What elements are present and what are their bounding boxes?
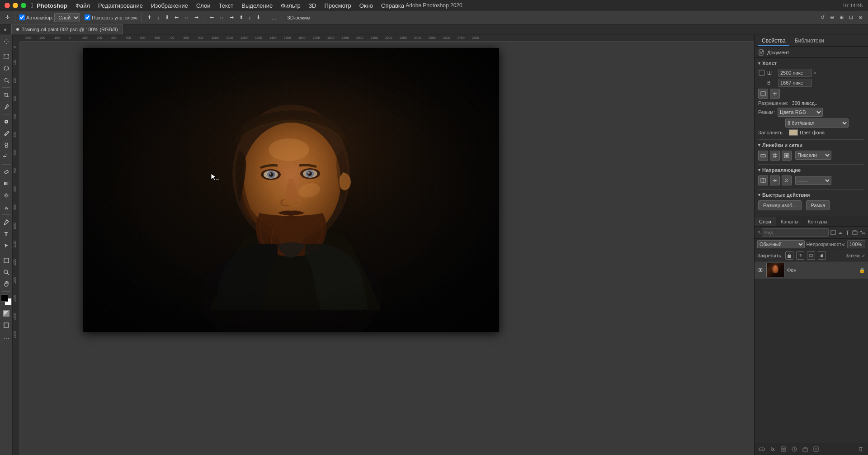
menu-file[interactable]: Файл xyxy=(72,0,94,11)
guides-icon-2[interactable] xyxy=(770,175,780,185)
mode-3d-btn[interactable]: 3D-режим xyxy=(286,13,312,23)
image-size-btn[interactable]: Размер изоб... xyxy=(758,200,802,210)
menu-image[interactable]: Изображение xyxy=(147,0,192,11)
quick-actions-header[interactable]: ▾ Быстрые действия xyxy=(758,192,864,198)
lock-pixels-btn[interactable] xyxy=(785,251,793,260)
zoom-tool-btn[interactable] xyxy=(1,267,12,278)
history-brush-tool-btn[interactable] xyxy=(1,152,12,162)
effects-layer-btn[interactable] xyxy=(859,228,865,237)
reset-3d-btn[interactable]: ⊡ xyxy=(847,13,855,23)
height-input[interactable] xyxy=(778,79,812,87)
eyedropper-tool-btn[interactable] xyxy=(1,101,12,112)
new-layer-type-btn[interactable] xyxy=(830,228,836,237)
menu-view[interactable]: Просмотр xyxy=(321,0,354,11)
distribute-right-btn[interactable]: ➡ xyxy=(228,13,236,23)
link-layers-btn[interactable] xyxy=(757,445,766,454)
blend-mode-select[interactable]: Обычный xyxy=(757,240,805,248)
distribute-top-btn[interactable]: ⬆ xyxy=(237,13,245,23)
distribute-vcenter-btn[interactable]: ↕ xyxy=(247,13,253,23)
width-input[interactable] xyxy=(778,69,812,77)
align-vcenter-btn[interactable]: ↕ xyxy=(155,13,161,23)
add-adjustment-btn[interactable] xyxy=(790,445,799,454)
align-top-btn[interactable]: ⬆ xyxy=(146,13,153,23)
new-fill-layer-btn[interactable] xyxy=(837,228,844,237)
rulers-unit-select[interactable]: Пиксели xyxy=(795,151,831,160)
layers-search-input[interactable] xyxy=(762,228,829,237)
lock-position-btn[interactable] xyxy=(796,251,804,260)
extra-tool-btn[interactable]: ⋯ xyxy=(1,333,12,344)
marquee-tool-btn[interactable] xyxy=(1,51,12,62)
pen-tool-btn[interactable] xyxy=(1,217,12,228)
menu-filter[interactable]: Фильтр xyxy=(277,0,304,11)
foreground-color-box[interactable] xyxy=(1,294,8,302)
menu-layers[interactable]: Слои xyxy=(193,0,214,11)
crop-tool-btn[interactable] xyxy=(1,90,12,100)
menu-text[interactable]: Текст xyxy=(215,0,237,11)
add-style-btn[interactable]: fx xyxy=(768,445,777,454)
lock-all-btn[interactable] xyxy=(818,251,826,260)
delete-layer-btn[interactable] xyxy=(856,445,865,454)
document-tab[interactable]: Training-oil-paint-002.psd @ 100% (RGB/8… xyxy=(11,24,123,34)
autoselect-dropdown[interactable]: Слой xyxy=(54,13,80,22)
show-controls-checkbox[interactable] xyxy=(85,14,90,20)
menu-select[interactable]: Выделение xyxy=(238,0,276,11)
quick-select-tool-btn[interactable] xyxy=(1,75,12,85)
layers-tab-contours[interactable]: Контуры xyxy=(803,217,832,226)
eraser-tool-btn[interactable] xyxy=(1,166,12,177)
rulers-icon-ruler[interactable] xyxy=(758,151,768,161)
mask-mode-btn[interactable] xyxy=(1,308,12,319)
rulers-icon-snap[interactable] xyxy=(782,151,792,161)
minimize-button[interactable] xyxy=(13,3,18,8)
brush-tool-btn[interactable] xyxy=(1,128,12,139)
align-hcenter-btn[interactable]: ↔ xyxy=(182,13,191,23)
guides-style-select[interactable]: —— xyxy=(795,176,831,185)
menu-edit[interactable]: Редактирование xyxy=(94,0,146,11)
link-dimensions-icon[interactable]: × xyxy=(814,70,816,76)
move-tool-options[interactable]: ✛ xyxy=(4,13,11,23)
gradient-tool-btn[interactable] xyxy=(1,178,12,189)
shape-tool-btn[interactable] xyxy=(1,255,12,266)
tab-libraries[interactable]: Библиотеки xyxy=(791,36,828,46)
new-layer-btn[interactable] xyxy=(811,445,821,454)
group-layers-btn[interactable] xyxy=(852,228,858,237)
document-canvas[interactable]: ↔ xyxy=(83,48,499,332)
menu-3d[interactable]: 3D xyxy=(305,0,320,11)
more-options-btn[interactable]: ... xyxy=(270,13,278,23)
layers-tab-layers[interactable]: Слои xyxy=(755,217,776,226)
healing-tool-btn[interactable] xyxy=(1,116,12,127)
canvas-icon-2[interactable] xyxy=(770,89,780,99)
tab-properties[interactable]: Свойства xyxy=(758,36,789,46)
hand-tool-btn[interactable] xyxy=(1,279,12,289)
align-bottom-btn[interactable]: ⬇ xyxy=(163,13,171,23)
menu-window[interactable]: Окно xyxy=(356,0,377,11)
lock-artboard-btn[interactable] xyxy=(807,251,815,260)
zoom-3d-btn[interactable]: ⊞ xyxy=(838,13,845,23)
guides-icon-1[interactable] xyxy=(758,175,768,185)
autoselect-checkbox[interactable] xyxy=(19,14,25,20)
layer-item-background[interactable]: Фон 🔒 xyxy=(755,261,868,279)
canvas-icon-1[interactable] xyxy=(758,89,768,99)
layers-tab-channels[interactable]: Каналы xyxy=(776,217,803,226)
close-button[interactable] xyxy=(5,3,10,8)
blur-tool-btn[interactable] xyxy=(1,190,12,201)
move-tool-btn[interactable] xyxy=(1,36,12,47)
frame-btn[interactable]: Рамка xyxy=(806,200,830,210)
distribute-bottom-btn[interactable]: ⬇ xyxy=(255,13,262,23)
adjustment-layer-btn[interactable]: T xyxy=(844,228,851,237)
add-mask-btn[interactable] xyxy=(779,445,788,454)
mode-select[interactable]: Цвета RGB xyxy=(778,108,823,117)
bit-depth-select[interactable]: 8 бит/канал xyxy=(785,118,849,128)
lasso-tool-btn[interactable] xyxy=(1,63,12,74)
arrange-3d-btn[interactable]: ⊗ xyxy=(857,13,864,23)
pan-3d-btn[interactable]: ⊕ xyxy=(828,13,836,23)
guides-section-header[interactable]: ▾ Направляющие xyxy=(758,167,864,173)
clone-tool-btn[interactable] xyxy=(1,140,12,151)
layer-visibility-toggle[interactable] xyxy=(757,267,764,273)
opacity-input[interactable] xyxy=(847,240,865,248)
distribute-left-btn[interactable]: ⬅ xyxy=(208,13,216,23)
align-left-btn[interactable]: ⬅ xyxy=(173,13,180,23)
guides-icon-3[interactable] xyxy=(782,175,792,185)
text-tool-btn[interactable]: T xyxy=(1,228,12,239)
screen-mode-btn[interactable] xyxy=(1,320,12,331)
align-right-btn[interactable]: ➡ xyxy=(193,13,200,23)
